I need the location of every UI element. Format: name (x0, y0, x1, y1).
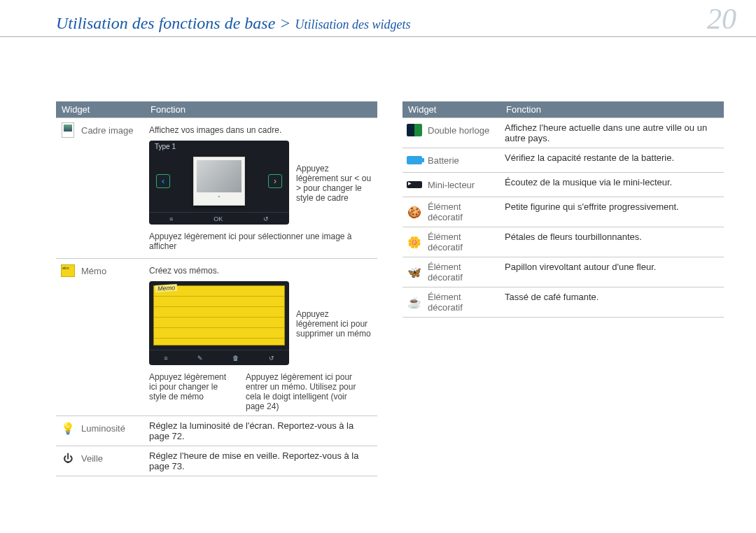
widget-name: Mémo (81, 266, 106, 276)
widget-desc: Pétales de fleurs tourbillonnantes. (500, 227, 724, 257)
widget-desc: Tassé de café fumante. (500, 287, 724, 318)
widget-desc: Vérifiez la capacité restante de la batt… (500, 148, 724, 173)
widget-icon: 🦋 (407, 264, 422, 280)
content-columns: Widget Fonction Cadre image (0, 37, 756, 476)
page: Utilisation des fonctions de base > Util… (0, 0, 756, 533)
widget-name: Veille (81, 453, 103, 464)
trash-icon[interactable]: 🗑 (232, 355, 239, 362)
cadre-bottom-bar: ≡ OK ↺ (149, 212, 289, 225)
next-style-button[interactable]: › (268, 174, 282, 188)
widget-cell-memo: abc Mémo (60, 263, 141, 278)
widget-cell-cadre: Cadre image (60, 122, 141, 138)
widget-cell-luminosite: 💡 Luminosité (60, 420, 141, 436)
memo-delete-callout: Appuyez légèrement ici pour supprimer un… (296, 309, 373, 339)
sleep-icon: ⏻ (60, 450, 76, 466)
widget-name: Batterie (428, 155, 459, 166)
table-row: ⏻ Veille Réglez l'heure de mise en veill… (56, 446, 377, 476)
breadcrumb-sub: Utilisation des widgets (295, 17, 411, 31)
widget-name: Mini-lecteur (428, 180, 475, 190)
cadre-intro: Affichez vos images dans un cadre. (149, 125, 373, 135)
menu-icon[interactable]: ≡ (164, 355, 167, 362)
table-row: ☕Élément décoratifTassé de café fumante. (402, 287, 724, 318)
prev-style-button[interactable]: ‹ (156, 174, 170, 188)
ok-label[interactable]: OK (214, 215, 223, 222)
widget-icon: 🌼 (407, 234, 422, 250)
widget-cell: 🌼Élément décoratif (407, 232, 496, 253)
table-row: Mini-lecteurÉcoutez de la musique via le… (402, 173, 724, 197)
widget-cell: Mini-lecteur (407, 177, 496, 192)
back-icon[interactable]: ↺ (263, 215, 269, 222)
breadcrumb-main: Utilisation des fonctions de base (56, 14, 275, 32)
widget-cell-veille: ⏻ Veille (60, 450, 141, 466)
sticky-note-icon: abc (60, 263, 76, 278)
table-row: 💡 Luminosité Réglez la luminosité de l'é… (56, 416, 377, 446)
widget-cell: 🍪Élément décoratif (407, 201, 496, 222)
veille-desc: Réglez l'heure de mise en veille. Report… (145, 446, 377, 476)
th-widget: Widget (402, 101, 500, 118)
cadre-type-label: Type 1 (149, 141, 289, 150)
cadre-screenshot: Type 1 ‹ • › (149, 141, 289, 225)
memo-surface[interactable] (153, 285, 285, 346)
cadre-select-callout: Appuyez légèrement ici pour sélectionner… (149, 232, 373, 251)
table-row: 🍪Élément décoratifPetite figurine qui s'… (402, 197, 724, 227)
widget-name: Élément décoratif (428, 262, 496, 283)
table-row: 🦋Élément décoratifPapillon virevoltant a… (402, 257, 724, 287)
widget-desc: Petite figurine qui s'effrite progressiv… (500, 197, 724, 227)
th-fonction: Fonction (145, 101, 377, 118)
widget-table-right: Widget Fonction Double horlogeAffichez l… (402, 101, 724, 318)
breadcrumb: Utilisation des fonctions de base > Util… (56, 14, 411, 33)
widget-name: Double horloge (428, 125, 489, 136)
cadre-nav-callout: Appuyez légèrement sur < ou > pour chang… (296, 164, 373, 203)
widget-name: Élément décoratif (428, 201, 496, 222)
widget-name: Cadre image (81, 125, 133, 136)
widget-icon: 🍪 (407, 204, 422, 220)
widget-cell: ☕Élément décoratif (407, 292, 496, 313)
memo-screenshot: ≡ ✎ 🗑 ↺ (149, 281, 289, 365)
widget-icon: ☕ (407, 294, 422, 310)
widget-cell: Double horloge (407, 122, 496, 138)
widget-icon (407, 177, 422, 192)
widget-cell: Batterie (407, 152, 496, 168)
header-bar: Utilisation des fonctions de base > Util… (0, 0, 756, 37)
th-widget: Widget (56, 101, 145, 118)
frame-preview[interactable]: • (193, 157, 245, 206)
memo-enter-callout: Appuyez légèrement ici pour entrer un mé… (246, 372, 358, 411)
menu-icon[interactable]: ≡ (169, 215, 173, 222)
widget-cell: 🦋Élément décoratif (407, 262, 496, 283)
widget-icon (407, 152, 422, 168)
back-icon[interactable]: ↺ (269, 355, 274, 362)
lamp-icon: 💡 (60, 420, 76, 436)
photo-icon (60, 122, 76, 138)
widget-desc: Écoutez de la musique via le mini-lecteu… (500, 173, 724, 197)
edit-icon[interactable]: ✎ (197, 355, 203, 362)
widget-table-left: Widget Fonction Cadre image (56, 101, 377, 476)
th-fonction: Fonction (500, 101, 724, 118)
breadcrumb-sep: > (275, 14, 295, 32)
table-row: BatterieVérifiez la capacité restante de… (402, 148, 724, 173)
widget-icon (407, 122, 422, 138)
memo-style-callout: Appuyez légèrement ici pour changer le s… (149, 372, 233, 411)
table-row: 🌼Élément décoratifPétales de fleurs tour… (402, 227, 724, 257)
luminosite-desc: Réglez la luminosité de l'écran. Reporte… (145, 416, 377, 446)
widget-name: Élément décoratif (428, 232, 496, 253)
widget-desc: Papillon virevoltant autour d'une fleur. (500, 257, 724, 287)
widget-desc: Affichez l'heure actuelle dans une autre… (500, 118, 724, 148)
table-row: Double horlogeAffichez l'heure actuelle … (402, 118, 724, 148)
table-row: Cadre image Affichez vos images dans un … (56, 118, 377, 259)
table-row: abc Mémo Créez vos mémos. ≡ (56, 259, 377, 416)
memo-intro: Créez vos mémos. (149, 266, 373, 276)
widget-name: Élément décoratif (428, 292, 496, 313)
memo-bottom-bar: ≡ ✎ 🗑 ↺ (149, 350, 289, 365)
right-column: Widget Fonction Double horlogeAffichez l… (402, 101, 724, 476)
page-number: 20 (707, 4, 736, 34)
widget-name: Luminosité (81, 423, 125, 434)
left-column: Widget Fonction Cadre image (56, 101, 377, 476)
